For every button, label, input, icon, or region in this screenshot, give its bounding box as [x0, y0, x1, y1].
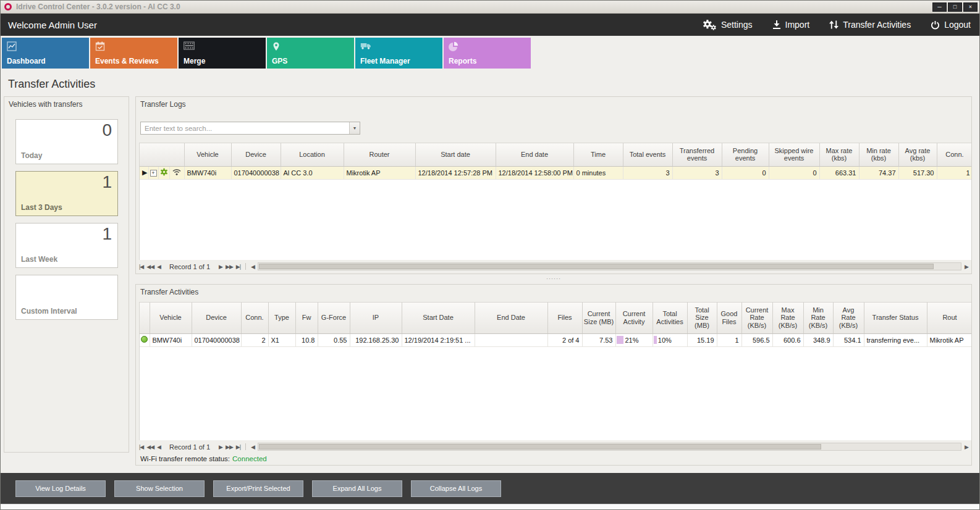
cell-files: 2 of 4	[547, 333, 582, 346]
interval-card-last-3-days[interactable]: 1 Last 3 Days	[15, 171, 118, 216]
column-header[interactable]: Router	[344, 143, 415, 166]
column-header[interactable]: Max Rate (KB/s)	[772, 303, 803, 333]
column-header[interactable]: Current Activity	[615, 303, 653, 333]
show-selection-button[interactable]: Show Selection	[114, 480, 205, 497]
pager-last-button[interactable]: ▶|	[236, 444, 240, 450]
tab-gps[interactable]: GPS	[267, 38, 354, 69]
hscroll-right-button[interactable]: ▶	[965, 264, 968, 270]
hscroll-left-button[interactable]: ◀	[251, 444, 255, 450]
window-controls: ─ □ ×	[932, 2, 978, 12]
column-header[interactable]: Avg Rate (KB/s)	[833, 303, 864, 333]
tab-merge[interactable]: Merge	[179, 38, 266, 69]
pager-fast-next-button[interactable]: ▶▶	[226, 444, 233, 450]
column-header[interactable]: Device	[231, 143, 281, 166]
column-header[interactable]: End Date	[475, 303, 547, 333]
tab-dashboard[interactable]: Dashboard	[2, 38, 89, 69]
column-header[interactable]: G-Force	[318, 303, 350, 333]
expand-all-logs-button[interactable]: Expand All Logs	[312, 480, 402, 497]
column-header[interactable]: End date	[496, 143, 573, 166]
transfer-log-row[interactable]: ▶ +	[140, 166, 971, 179]
interval-card-custom[interactable]: Custom Interval	[15, 275, 118, 320]
panel-splitter[interactable]: ······	[135, 277, 972, 283]
column-header[interactable]: Start date	[415, 143, 496, 166]
cell-router: Mikrotik AP	[927, 333, 971, 346]
column-header[interactable]: Min Rate (KB/s)	[803, 303, 833, 333]
cell-end-date	[475, 333, 547, 346]
column-header[interactable]: Avg rate (kbs)	[898, 143, 937, 166]
pager-first-button[interactable]: |◀	[139, 264, 143, 270]
column-header[interactable]: Total events	[623, 143, 672, 166]
pager-last-button[interactable]: ▶|	[236, 264, 240, 270]
wifi-icon	[172, 169, 181, 177]
tab-reports[interactable]: Reports	[444, 38, 531, 69]
pager-fast-prev-button[interactable]: ◀◀	[146, 444, 154, 450]
transfer-activity-row[interactable]: BMW740i 017040000038 2 X1 10.8 0.55 192.…	[140, 333, 971, 346]
hscroll-right-button[interactable]: ▶	[965, 444, 968, 450]
expand-row-button[interactable]: +	[150, 170, 157, 177]
search-input[interactable]	[141, 122, 349, 134]
column-header[interactable]: Device	[192, 303, 241, 333]
column-header[interactable]: Current Rate (KB/s)	[741, 303, 772, 333]
column-header[interactable]: Type	[268, 303, 295, 333]
pager-prev-button[interactable]: ◀	[157, 264, 161, 270]
column-header[interactable]: Start Date	[402, 303, 475, 333]
column-header[interactable]: Files	[547, 303, 582, 333]
column-header[interactable]: Vehicle	[184, 143, 231, 166]
column-header[interactable]: Location	[281, 143, 344, 166]
view-log-details-button[interactable]: View Log Details	[15, 480, 106, 497]
import-button[interactable]: Import	[772, 20, 810, 30]
column-header[interactable]: IP	[350, 303, 402, 333]
collapse-all-logs-button[interactable]: Collapse All Logs	[411, 480, 501, 497]
column-header[interactable]: Conn.	[241, 303, 268, 333]
column-header[interactable]: Max rate (kbs)	[819, 143, 859, 166]
pager-fast-prev-button[interactable]: ◀◀	[146, 264, 154, 270]
logs-hscrollbar[interactable]	[258, 262, 961, 270]
minimize-button[interactable]: ─	[932, 2, 947, 12]
export-print-selected-button[interactable]: Export/Print Selected	[213, 480, 303, 497]
column-header[interactable]: Good Files	[717, 303, 741, 333]
pager-separator	[245, 443, 246, 450]
truck-icon	[360, 41, 371, 52]
pager-next-button[interactable]: ▶	[219, 264, 222, 270]
tile-label: GPS	[272, 57, 287, 65]
import-download-icon	[772, 20, 781, 30]
cell-device: 017040000038	[192, 333, 241, 346]
column-header[interactable]: Rout	[927, 303, 971, 333]
hscrollbar-thumb[interactable]	[259, 444, 821, 449]
column-header[interactable]: Pending events	[722, 143, 769, 166]
search-dropdown-button[interactable]: ▼	[349, 122, 360, 134]
interval-card-last-week[interactable]: 1 Last Week	[15, 223, 118, 268]
column-header[interactable]: Transferred events	[672, 143, 722, 166]
tab-fleet-manager[interactable]: Fleet Manager	[355, 38, 442, 69]
hscroll-left-button[interactable]: ◀	[251, 264, 255, 270]
hscrollbar-thumb[interactable]	[259, 264, 934, 269]
pager-fast-next-button[interactable]: ▶▶	[226, 264, 233, 270]
pager-prev-button[interactable]: ◀	[157, 444, 161, 450]
tab-events-reviews[interactable]: Events & Reviews	[90, 38, 177, 69]
film-strip-icon	[184, 41, 195, 52]
column-header[interactable]: Vehicle	[150, 303, 192, 333]
column-header[interactable]: Transfer Status	[864, 303, 927, 333]
column-header[interactable]: Conn.	[937, 143, 971, 166]
close-button[interactable]: ×	[963, 2, 978, 12]
pager-next-button[interactable]: ▶	[219, 444, 222, 450]
column-header[interactable]: Time	[573, 143, 623, 166]
settings-button[interactable]: Settings	[702, 19, 753, 31]
pager-first-button[interactable]: |◀	[139, 444, 143, 450]
column-header[interactable]: Skipped wire events	[769, 143, 819, 166]
activities-hscrollbar[interactable]	[258, 443, 961, 451]
maximize-button[interactable]: □	[948, 2, 962, 12]
sidebar-title: Vehicles with transfers	[4, 97, 129, 112]
transfer-activities-button[interactable]: Transfer Activities	[829, 20, 911, 30]
column-header[interactable]: Total Activities	[653, 303, 687, 333]
column-header[interactable]: Current Size (MB)	[582, 303, 615, 333]
logs-header-row: Vehicle Device Location Router Start dat…	[140, 143, 971, 166]
card-label: Custom Interval	[21, 307, 77, 316]
interval-card-today[interactable]: 0 Today	[15, 119, 118, 164]
column-header[interactable]: Min rate (kbs)	[859, 143, 898, 166]
logout-button[interactable]: Logout	[931, 20, 971, 30]
cell-ip: 192.168.25.30	[350, 333, 402, 346]
column-header[interactable]: Fw	[295, 303, 318, 333]
wifi-status-value: Connected	[232, 455, 267, 462]
column-header[interactable]: Total Size (MB)	[687, 303, 717, 333]
